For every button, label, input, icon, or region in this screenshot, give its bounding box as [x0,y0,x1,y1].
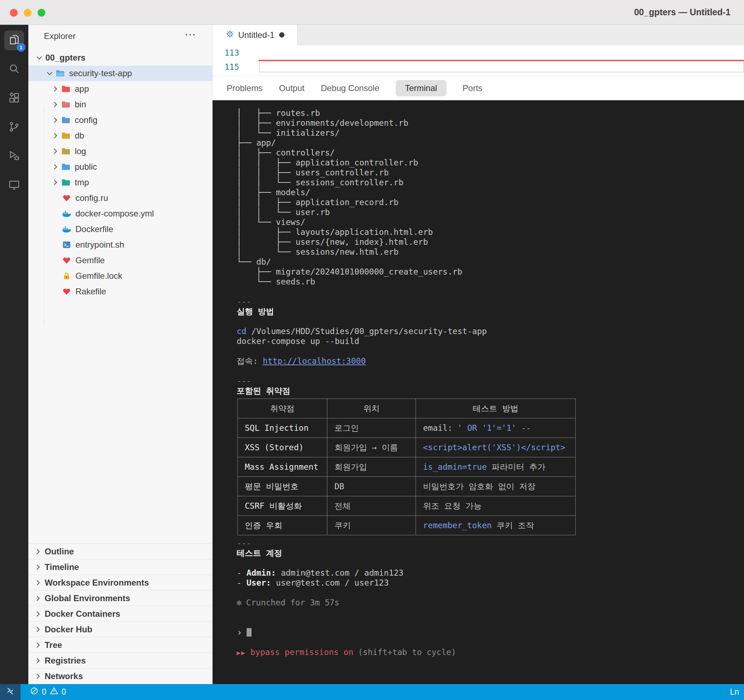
bypass-permissions-line[interactable]: ▶▶bypass permissions on(shift+tab to cyc… [237,647,744,657]
lock-icon [61,271,72,281]
terminal-cursor [247,628,251,637]
accounts-section-header: 테스트 계정 [237,548,744,558]
folder-label: db [75,131,84,141]
tree-folder-bin[interactable]: bin [28,97,212,112]
tree-file-docker-compose.yml[interactable]: docker-compose.yml [28,206,212,221]
section-timeline[interactable]: Timeline [28,559,212,575]
tree-folder-app[interactable]: app [28,81,212,97]
titlebar: 00_gpters — Untitled-1 [0,0,744,25]
tree-folder-tmp[interactable]: tmp [28,175,212,190]
docker-icon [61,224,72,234]
activity-explorer-button[interactable]: 1 [4,30,24,50]
traffic-lights [10,9,45,17]
selected-folder-label: security-test-app [69,68,132,78]
section-global-environments[interactable]: Global Environments [28,590,212,606]
section-networks[interactable]: Networks [28,668,212,684]
vuln-test: 위조 요청 가능 [416,496,576,516]
tree-file-config.ru[interactable]: config.ru [28,190,212,206]
panel-tab-ports[interactable]: Ports [463,83,482,93]
code-editor[interactable]: 113 115 [213,45,744,76]
extensions-icon [8,92,20,105]
tree-output-line: │ ├── controllers/ [237,148,744,158]
vuln-name: Mass Assignment [238,457,327,477]
folder-icon [61,131,71,141]
activity-run-debug-button[interactable] [4,147,24,166]
gem-icon [61,256,72,265]
tree-folder-public[interactable]: public [28,159,212,175]
tree-folder-config[interactable]: config [28,112,212,128]
tree-root-00_gpters[interactable]: 00_gpters [28,50,212,65]
cursor-position-status[interactable]: Ln [730,687,739,697]
chevron-right-icon [51,178,60,187]
activity-search-button[interactable] [4,59,24,79]
chevron-right-icon [33,641,43,649]
section-registries[interactable]: Registries [28,652,212,668]
terminal-hr: --- [237,538,744,548]
ruby-icon [61,287,72,296]
panel-tab-output[interactable]: Output [279,83,304,93]
minimize-window-button[interactable] [24,9,31,17]
vuln-location: 회원가입 → 이름 [327,438,416,457]
vuln-col-header: 테스트 방법 [416,399,576,418]
vuln-location: 로그인 [327,418,416,438]
modified-dot-icon[interactable] [279,32,284,37]
vuln-col-header: 위치 [327,399,416,418]
tree-file-Dockerfile[interactable]: Dockerfile [28,221,212,237]
tree-output-line: ├── app/ [237,138,744,148]
tree-output-line: │ └── sessions/new.html.erb [237,247,744,257]
tree-output-line: │ └── initializers/ [237,128,744,138]
run-debug-icon [8,150,20,163]
vuln-test: email: ' OR '1'='1' -- [416,418,576,438]
file-tree: 00_gpters security-test-app appbinconfig… [28,50,212,299]
section-docker-hub[interactable]: Docker Hub [28,621,212,637]
tab-untitled-1[interactable]: Untitled-1 [213,25,298,45]
editor-area: Untitled-1 113 115 ProblemsOutputDebug C… [213,25,744,684]
tree-file-entrypoint.sh[interactable]: entrypoint.sh [28,237,212,253]
sidebar-title: Explorer [44,31,76,41]
terminal-prompt-line[interactable]: › [237,627,744,637]
panel-tab-terminal[interactable]: Terminal [396,80,446,97]
section-docker-containers[interactable]: Docker Containers [28,606,212,621]
section-tree[interactable]: Tree [28,637,212,652]
tree-output-line: │ │ ├── application_record.rb [237,197,744,207]
section-workspace-environments[interactable]: Workspace Environments [28,575,212,590]
tab-label: Untitled-1 [238,30,275,40]
tree-file-Rakefile[interactable]: Rakefile [28,284,212,299]
shell-icon [61,240,72,250]
remote-indicator[interactable] [0,684,21,700]
warning-icon [50,687,58,697]
chevron-right-icon [33,672,43,681]
tree-folder-security-test-app[interactable]: security-test-app [28,65,212,81]
account-admin-line: - Admin: admin@test.com / admin123 [237,568,744,578]
remote-icon [6,687,15,698]
problems-status[interactable]: 0 0 [30,687,66,697]
vuln-row: Mass Assignment회원가입is_admin=true 파라미터 추가 [238,457,576,477]
close-window-button[interactable] [10,9,18,17]
tree-folder-log[interactable]: log [28,143,212,159]
tree-output-line: │ │ ├── application_controller.rb [237,158,744,168]
activity-remote-explorer-button[interactable] [4,176,24,196]
activity-source-control-button[interactable] [4,117,24,137]
tree-output-line: └── db/ [237,257,744,267]
vuln-row: CSRF 비활성화전체위조 요청 가능 [238,496,576,516]
zoom-window-button[interactable] [37,9,45,17]
localhost-link[interactable]: http://localhost:3000 [263,357,366,366]
chevron-right-icon [51,163,60,171]
tree-file-Gemfile.lock[interactable]: Gemfile.lock [28,268,212,284]
vuln-name: SQL Injection [238,418,327,438]
chevron-right-icon [33,547,43,556]
terminal-access-line: 접속: http://localhost:3000 [237,356,744,366]
more-actions-icon[interactable]: ⋯ [185,28,196,41]
tree-file-Gemfile[interactable]: Gemfile [28,253,212,268]
section-outline[interactable]: Outline [28,543,212,559]
terminal[interactable]: │ ├── routes.rb│ ├── environments/develo… [213,100,744,684]
tree-folder-db[interactable]: db [28,128,212,143]
editor-tab-bar: Untitled-1 [213,25,744,45]
panel-tab-debug-console[interactable]: Debug Console [321,83,379,93]
activity-extensions-button[interactable] [4,89,24,108]
tree-output-line: │ ├── environments/development.rb [237,118,744,128]
panel-tab-problems[interactable]: Problems [227,83,262,93]
vuln-col-header: 취약점 [238,399,327,418]
chevron-right-icon [33,578,43,587]
gear-icon [225,30,235,41]
